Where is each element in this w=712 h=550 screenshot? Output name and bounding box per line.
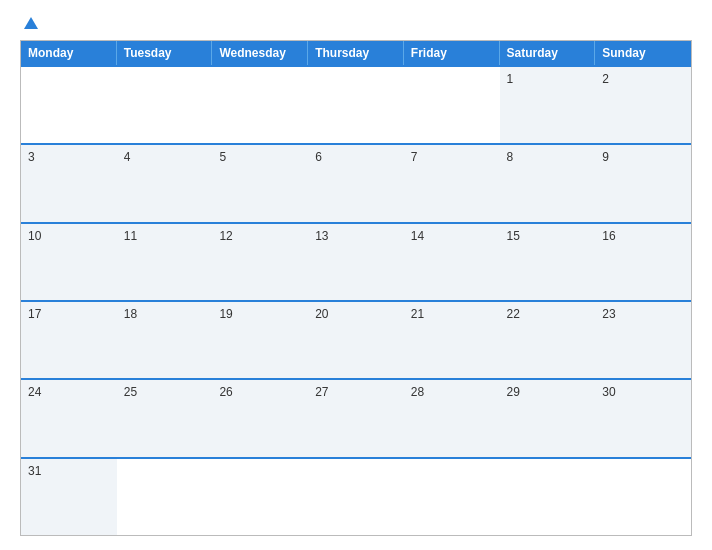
calendar-cell [117, 67, 213, 143]
day-number: 6 [315, 150, 397, 164]
day-number: 15 [507, 229, 589, 243]
day-number: 12 [219, 229, 301, 243]
calendar-cell: 4 [117, 145, 213, 221]
day-number: 18 [124, 307, 206, 321]
calendar-header-cell: Saturday [500, 41, 596, 65]
day-number: 28 [411, 385, 493, 399]
calendar-cell: 7 [404, 145, 500, 221]
calendar-cell: 21 [404, 302, 500, 378]
calendar-cell: 10 [21, 224, 117, 300]
calendar-cell: 3 [21, 145, 117, 221]
calendar-header-cell: Monday [21, 41, 117, 65]
calendar: MondayTuesdayWednesdayThursdayFridaySatu… [20, 40, 692, 536]
calendar-cell: 6 [308, 145, 404, 221]
calendar-cell: 18 [117, 302, 213, 378]
calendar-week-row: 31 [21, 457, 691, 535]
day-number: 10 [28, 229, 110, 243]
calendar-cell: 8 [500, 145, 596, 221]
calendar-cell: 9 [595, 145, 691, 221]
calendar-cell: 22 [500, 302, 596, 378]
header [20, 18, 692, 30]
day-number: 17 [28, 307, 110, 321]
day-number: 26 [219, 385, 301, 399]
calendar-cell [404, 459, 500, 535]
calendar-cell: 24 [21, 380, 117, 456]
calendar-cell [212, 67, 308, 143]
day-number: 22 [507, 307, 589, 321]
day-number: 27 [315, 385, 397, 399]
calendar-cell: 5 [212, 145, 308, 221]
day-number: 16 [602, 229, 684, 243]
calendar-cell [308, 459, 404, 535]
page: MondayTuesdayWednesdayThursdayFridaySatu… [0, 0, 712, 550]
day-number: 5 [219, 150, 301, 164]
calendar-cell: 26 [212, 380, 308, 456]
day-number: 29 [507, 385, 589, 399]
day-number: 11 [124, 229, 206, 243]
calendar-week-row: 24252627282930 [21, 378, 691, 456]
calendar-header-cell: Thursday [308, 41, 404, 65]
calendar-cell: 11 [117, 224, 213, 300]
logo [20, 18, 38, 30]
day-number: 9 [602, 150, 684, 164]
calendar-cell: 31 [21, 459, 117, 535]
calendar-cell [21, 67, 117, 143]
day-number: 14 [411, 229, 493, 243]
day-number: 13 [315, 229, 397, 243]
calendar-cell [404, 67, 500, 143]
day-number: 31 [28, 464, 110, 478]
calendar-cell [500, 459, 596, 535]
day-number: 2 [602, 72, 684, 86]
calendar-cell: 2 [595, 67, 691, 143]
calendar-cell: 16 [595, 224, 691, 300]
calendar-cell: 30 [595, 380, 691, 456]
calendar-week-row: 10111213141516 [21, 222, 691, 300]
day-number: 21 [411, 307, 493, 321]
day-number: 25 [124, 385, 206, 399]
calendar-week-row: 12 [21, 65, 691, 143]
calendar-cell: 19 [212, 302, 308, 378]
calendar-cell [117, 459, 213, 535]
calendar-cell [212, 459, 308, 535]
calendar-cell: 23 [595, 302, 691, 378]
logo-triangle-icon [24, 17, 38, 29]
day-number: 30 [602, 385, 684, 399]
day-number: 7 [411, 150, 493, 164]
calendar-cell: 28 [404, 380, 500, 456]
calendar-cell: 20 [308, 302, 404, 378]
day-number: 4 [124, 150, 206, 164]
calendar-cell [308, 67, 404, 143]
day-number: 8 [507, 150, 589, 164]
calendar-week-row: 3456789 [21, 143, 691, 221]
calendar-cell: 13 [308, 224, 404, 300]
calendar-header-cell: Wednesday [212, 41, 308, 65]
day-number: 20 [315, 307, 397, 321]
calendar-body: 1234567891011121314151617181920212223242… [21, 65, 691, 535]
calendar-header-cell: Friday [404, 41, 500, 65]
calendar-cell: 17 [21, 302, 117, 378]
calendar-week-row: 17181920212223 [21, 300, 691, 378]
calendar-cell: 25 [117, 380, 213, 456]
calendar-cell: 15 [500, 224, 596, 300]
day-number: 23 [602, 307, 684, 321]
calendar-cell: 12 [212, 224, 308, 300]
day-number: 3 [28, 150, 110, 164]
calendar-cell: 1 [500, 67, 596, 143]
calendar-cell: 29 [500, 380, 596, 456]
day-number: 1 [507, 72, 589, 86]
calendar-cell [595, 459, 691, 535]
calendar-cell: 27 [308, 380, 404, 456]
calendar-header-cell: Sunday [595, 41, 691, 65]
calendar-cell: 14 [404, 224, 500, 300]
calendar-header-cell: Tuesday [117, 41, 213, 65]
day-number: 24 [28, 385, 110, 399]
calendar-header-row: MondayTuesdayWednesdayThursdayFridaySatu… [21, 41, 691, 65]
day-number: 19 [219, 307, 301, 321]
